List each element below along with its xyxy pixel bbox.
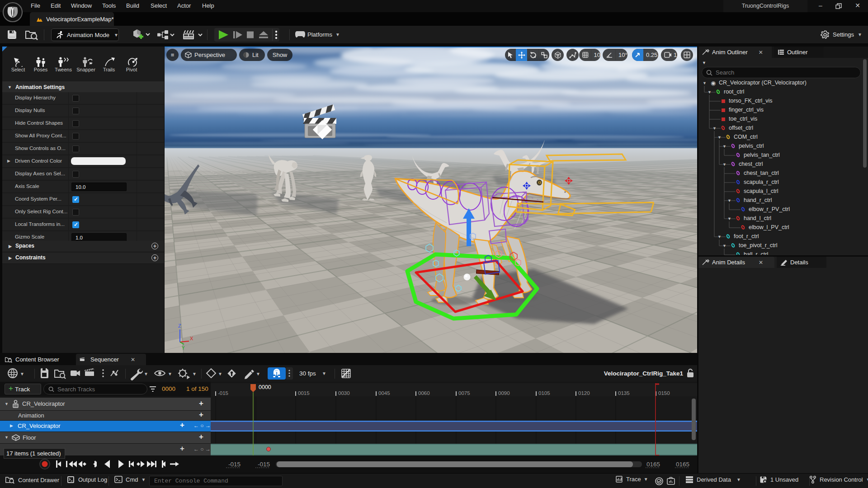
- svg-text:Z: Z: [178, 323, 181, 328]
- svg-text:0000: 0000: [259, 384, 271, 390]
- svg-text:▼: ▼: [322, 371, 326, 376]
- svg-text:0045: 0045: [378, 390, 390, 396]
- svg-text:▼: ▼: [256, 371, 260, 376]
- svg-text:0105: 0105: [538, 390, 550, 396]
- svg-text:0090: 0090: [498, 390, 510, 396]
- svg-text:0120: 0120: [578, 390, 590, 396]
- svg-text:30 fps: 30 fps: [299, 370, 316, 377]
- svg-text:0150: 0150: [658, 390, 670, 396]
- svg-text:0015: 0015: [298, 390, 310, 396]
- svg-text:▼: ▼: [144, 371, 148, 376]
- svg-text:▼: ▼: [192, 371, 197, 376]
- svg-text:-015: -015: [228, 461, 241, 468]
- svg-text:0135: 0135: [618, 390, 630, 396]
- svg-text:▼: ▼: [20, 371, 24, 376]
- svg-text:0075: 0075: [458, 390, 470, 396]
- svg-text:▼: ▼: [168, 371, 172, 376]
- svg-text:0060: 0060: [418, 390, 430, 396]
- svg-text:-015: -015: [218, 390, 228, 396]
- svg-text:0030: 0030: [338, 390, 350, 396]
- svg-text:Y: Y: [182, 346, 185, 351]
- svg-text:0165: 0165: [676, 461, 689, 468]
- svg-text:▼: ▼: [218, 371, 222, 376]
- svg-text:-015: -015: [258, 461, 270, 468]
- svg-text:Velociraptor_CtrlRig_Take1: Velociraptor_CtrlRig_Take1: [604, 370, 684, 377]
- svg-text:0165: 0165: [646, 461, 660, 468]
- svg-text:X: X: [190, 336, 193, 341]
